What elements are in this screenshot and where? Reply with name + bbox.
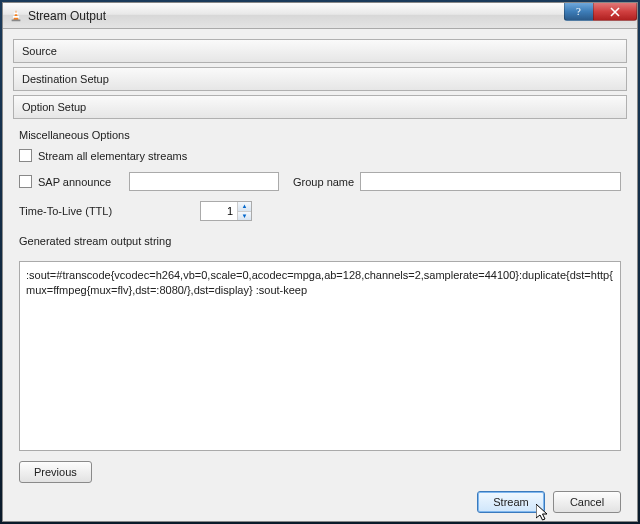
section-destination[interactable]: Destination Setup	[13, 67, 627, 91]
group-name-label: Group name	[293, 176, 354, 188]
misc-options-title: Miscellaneous Options	[19, 129, 621, 141]
ttl-input[interactable]	[201, 202, 237, 220]
sap-row: SAP announce Group name	[19, 172, 621, 191]
sap-input[interactable]	[129, 172, 279, 191]
ttl-spin-buttons: ▲ ▼	[237, 202, 251, 220]
dialog-content: Source Destination Setup Option Setup Mi…	[3, 29, 637, 521]
ttl-row: Time-To-Live (TTL) ▲ ▼	[19, 201, 621, 221]
titlebar[interactable]: Stream Output ?	[3, 3, 637, 29]
help-icon: ?	[575, 6, 584, 17]
ttl-spinner: ▲ ▼	[200, 201, 252, 221]
section-source[interactable]: Source	[13, 39, 627, 63]
group-name-input[interactable]	[360, 172, 621, 191]
stream-output-dialog: Stream Output ? Source Destination Setup…	[2, 2, 638, 522]
close-icon	[610, 7, 620, 17]
stream-all-checkbox[interactable]	[19, 149, 32, 162]
window-title: Stream Output	[28, 9, 106, 23]
close-button[interactable]	[593, 3, 637, 21]
sap-checkbox[interactable]	[19, 175, 32, 188]
generated-group: Generated stream output string	[13, 235, 627, 451]
stream-all-row: Stream all elementary streams	[19, 149, 621, 162]
svg-rect-1	[13, 16, 19, 18]
bottom-left-buttons: Previous	[13, 461, 627, 483]
svg-text:?: ?	[576, 6, 581, 17]
misc-options-group: Miscellaneous Options Stream all element…	[13, 129, 627, 231]
generated-title: Generated stream output string	[19, 235, 621, 247]
svg-rect-2	[12, 19, 21, 21]
cancel-button[interactable]: Cancel	[553, 491, 621, 513]
svg-rect-0	[14, 12, 18, 14]
window-buttons: ?	[565, 3, 637, 21]
section-option[interactable]: Option Setup	[13, 95, 627, 119]
ttl-spin-up[interactable]: ▲	[238, 202, 251, 211]
generated-output[interactable]	[19, 261, 621, 451]
vlc-icon	[9, 9, 23, 23]
ttl-spin-down[interactable]: ▼	[238, 211, 251, 221]
sap-label: SAP announce	[38, 176, 123, 188]
stream-all-label: Stream all elementary streams	[38, 150, 187, 162]
previous-button[interactable]: Previous	[19, 461, 92, 483]
ttl-label: Time-To-Live (TTL)	[19, 205, 194, 217]
help-button[interactable]: ?	[564, 3, 594, 21]
stream-button[interactable]: Stream	[477, 491, 545, 513]
bottom-right-buttons: Stream Cancel	[13, 483, 627, 513]
